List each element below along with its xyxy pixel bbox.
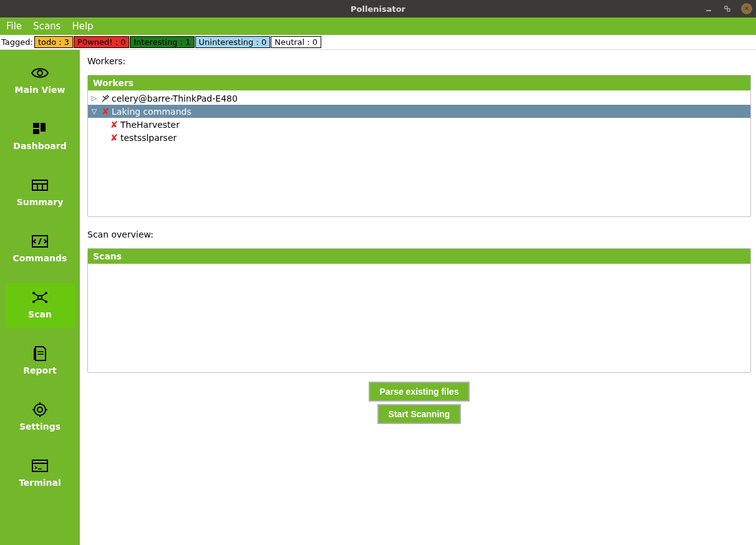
menu-file[interactable]: File — [4, 19, 24, 33]
svg-line-19 — [41, 294, 46, 296]
menu-scans[interactable]: Scans — [31, 19, 63, 33]
sidebar-item-label: Main View — [15, 85, 65, 95]
sidebar-item-report[interactable]: Report — [5, 339, 75, 384]
svg-point-24 — [34, 404, 46, 415]
table-icon — [31, 177, 49, 193]
eye-icon — [31, 65, 49, 81]
svg-line-18 — [34, 294, 39, 296]
scans-panel: Scans — [87, 248, 751, 373]
sidebar-item-label: Report — [23, 365, 57, 375]
window-controls: ✕ — [704, 3, 752, 14]
svg-rect-1 — [725, 6, 727, 9]
svg-line-12 — [39, 238, 41, 244]
worker-row-celery[interactable]: ▷ celery@barre-ThinkPad-E480 — [88, 92, 750, 105]
menubar: File Scans Help — [0, 17, 756, 35]
tag-p0wned[interactable]: P0wned! : 0 — [74, 36, 129, 48]
sidebar-item-settings[interactable]: Settings — [5, 395, 75, 440]
dashboard-icon — [31, 121, 49, 137]
x-icon: ✘ — [109, 120, 119, 130]
x-icon: ✘ — [100, 107, 110, 117]
sidebar-item-label: Commands — [13, 253, 67, 263]
worker-row-testsslparser[interactable]: ✘ testsslparser — [88, 131, 750, 144]
tagsbar: Tagged: todo : 3 P0wned! : 0 Interesting… — [0, 35, 756, 50]
sidebar: Main View Dashboard Summary Commands Sca — [0, 50, 80, 545]
action-buttons: Parse existing files Start Scanning — [87, 382, 751, 424]
scanoverview-label: Scan overview: — [87, 229, 751, 239]
sidebar-item-mainview[interactable]: Main View — [5, 59, 75, 104]
content-area: Workers: Workers ▷ celery@barre-ThinkPad… — [80, 50, 756, 545]
terminal-icon — [31, 458, 49, 474]
scans-panel-header: Scans — [88, 249, 750, 264]
close-icon[interactable]: ✕ — [741, 3, 752, 14]
tag-neutral[interactable]: Neutral : 0 — [271, 36, 321, 48]
network-icon — [31, 289, 49, 306]
svg-rect-7 — [32, 180, 47, 190]
worker-row-theharvester[interactable]: ✘ TheHarvester — [88, 118, 750, 131]
svg-line-20 — [34, 299, 39, 301]
svg-rect-26 — [32, 460, 47, 471]
svg-rect-6 — [33, 129, 39, 134]
svg-rect-5 — [41, 123, 46, 132]
sidebar-item-label: Scan — [28, 309, 52, 319]
workers-panel-header: Workers — [88, 75, 750, 90]
sidebar-item-commands[interactable]: Commands — [5, 227, 75, 272]
start-scanning-button[interactable]: Start Scanning — [377, 404, 462, 424]
sidebar-item-label: Dashboard — [13, 141, 66, 151]
tag-interesting[interactable]: Interesting : 1 — [130, 36, 194, 48]
workers-panel: Workers ▷ celery@barre-ThinkPad-E480 ▽ ✘… — [87, 75, 751, 217]
expand-collapsed-icon[interactable]: ▷ — [89, 94, 99, 102]
expand-open-icon[interactable]: ▽ — [89, 107, 99, 115]
window-title: Pollenisator — [351, 4, 405, 14]
sidebar-item-summary[interactable]: Summary — [5, 171, 75, 216]
menu-help[interactable]: Help — [69, 19, 95, 33]
tag-uninteresting[interactable]: Uninteresting : 0 — [195, 36, 271, 48]
code-icon — [31, 233, 49, 249]
sidebar-item-label: Terminal — [19, 478, 61, 488]
sidebar-item-dashboard[interactable]: Dashboard — [5, 115, 75, 160]
document-icon — [31, 345, 49, 362]
gear-icon — [31, 402, 49, 418]
svg-rect-2 — [727, 9, 730, 11]
worker-label: Laking commands — [112, 107, 191, 117]
sidebar-item-label: Settings — [19, 422, 61, 432]
scans-tree[interactable] — [88, 264, 750, 372]
sidebar-item-label: Summary — [17, 197, 64, 207]
worker-label: celery@barre-ThinkPad-E480 — [112, 94, 238, 104]
maximize-icon[interactable] — [722, 4, 732, 14]
x-icon: ✘ — [109, 133, 119, 143]
worker-label: testsslparser — [120, 133, 177, 143]
worker-label: TheHarvester — [120, 120, 180, 130]
minimize-icon[interactable] — [704, 4, 714, 14]
tag-todo[interactable]: todo : 3 — [34, 36, 73, 48]
workers-label: Workers: — [87, 56, 751, 66]
tagged-label: Tagged: — [1, 37, 34, 47]
svg-rect-4 — [33, 123, 39, 128]
worker-row-laking[interactable]: ▽ ✘ Laking commands — [88, 105, 750, 118]
sidebar-item-terminal[interactable]: Terminal — [5, 451, 75, 496]
sidebar-item-scan[interactable]: Scan — [5, 283, 75, 328]
titlebar: Pollenisator ✕ — [0, 0, 756, 17]
svg-line-21 — [41, 299, 46, 301]
svg-point-3 — [37, 70, 42, 75]
workers-tree[interactable]: ▷ celery@barre-ThinkPad-E480 ▽ ✘ Laking … — [88, 90, 750, 216]
parse-existing-files-button[interactable]: Parse existing files — [369, 382, 470, 402]
svg-point-25 — [37, 407, 42, 412]
wrench-icon — [100, 94, 110, 104]
